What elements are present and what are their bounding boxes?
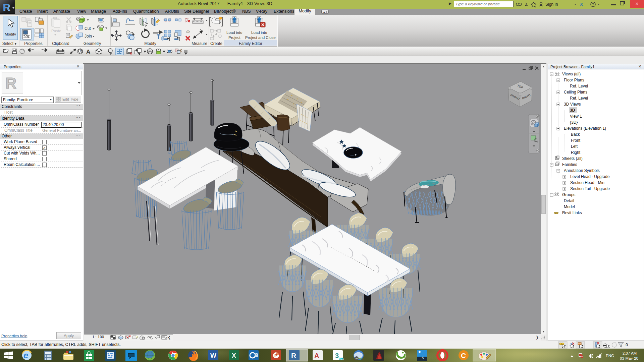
svg-text:Right: Right — [571, 150, 581, 155]
svg-text:Floor Plans: Floor Plans — [564, 78, 584, 82]
svg-text:C: C — [461, 352, 466, 359]
svg-text:A: A — [314, 352, 319, 359]
svg-text:Paste: Paste — [51, 29, 61, 33]
svg-text:Revit Links: Revit Links — [562, 210, 582, 215]
svg-text:P: P — [274, 353, 277, 358]
svg-text:3D: 3D — [570, 108, 575, 113]
svg-text:Section Tail - Upgrade: Section Tail - Upgrade — [570, 186, 610, 191]
svg-text:R: R — [291, 352, 296, 359]
svg-text:Section Head - Min: Section Head - Min — [570, 180, 604, 185]
svg-text:1: 1 — [79, 50, 81, 53]
svg-text:ENG: ENG — [606, 354, 614, 358]
svg-text:03-May-20: 03-May-20 — [620, 356, 638, 360]
svg-text:Back: Back — [571, 132, 580, 137]
svg-text:Join: Join — [85, 34, 92, 39]
svg-text:Families: Families — [562, 162, 577, 167]
svg-text:X: X — [580, 2, 583, 7]
svg-text:Views (all): Views (all) — [562, 72, 581, 76]
svg-text:Edit Type: Edit Type — [62, 97, 78, 101]
svg-text:Level Head - Upgrade: Level Head - Upgrade — [570, 174, 610, 179]
svg-text:Ref. Level: Ref. Level — [570, 84, 588, 88]
svg-text:Ceiling Plans: Ceiling Plans — [564, 90, 587, 95]
svg-text:Modify: Modify — [5, 32, 16, 36]
svg-text:Detail: Detail — [564, 198, 574, 203]
svg-text:Model: Model — [564, 204, 575, 209]
svg-text:Left: Left — [571, 144, 578, 149]
svg-text:Load into: Load into — [251, 31, 267, 35]
svg-text:R: R — [3, 2, 10, 13]
svg-text:s: s — [422, 355, 424, 360]
svg-text:Project and Close: Project and Close — [245, 36, 276, 40]
svg-text:Sign In: Sign In — [545, 2, 558, 7]
svg-text:?: ? — [592, 3, 594, 6]
svg-text:Load into: Load into — [226, 31, 242, 35]
svg-text:A: A — [86, 49, 90, 55]
svg-text:e: e — [23, 350, 28, 360]
svg-text:MAX: MAX — [339, 358, 344, 360]
svg-text:Annotation Symbols: Annotation Symbols — [564, 168, 600, 173]
svg-text:3D Views: 3D Views — [564, 102, 581, 107]
svg-text:3: 3 — [335, 352, 339, 359]
svg-text:Pro: Pro — [355, 358, 358, 360]
svg-text:Sheets (all): Sheets (all) — [562, 156, 583, 161]
svg-text:Ref. Level: Ref. Level — [570, 96, 588, 101]
svg-text:2:07 AM: 2:07 AM — [623, 351, 637, 355]
svg-text:W: W — [210, 352, 216, 359]
svg-text:Project: Project — [228, 36, 241, 40]
svg-text:{3D}: {3D} — [570, 120, 578, 125]
svg-text:Front: Front — [571, 138, 581, 143]
svg-text:X: X — [232, 352, 236, 359]
svg-text:Cut: Cut — [85, 26, 91, 31]
svg-text:View 1: View 1 — [570, 114, 582, 119]
svg-text:R: R — [5, 74, 16, 92]
svg-text:Groups: Groups — [562, 192, 575, 197]
svg-text:Elevations (Elevation 1): Elevations (Elevation 1) — [564, 126, 606, 131]
